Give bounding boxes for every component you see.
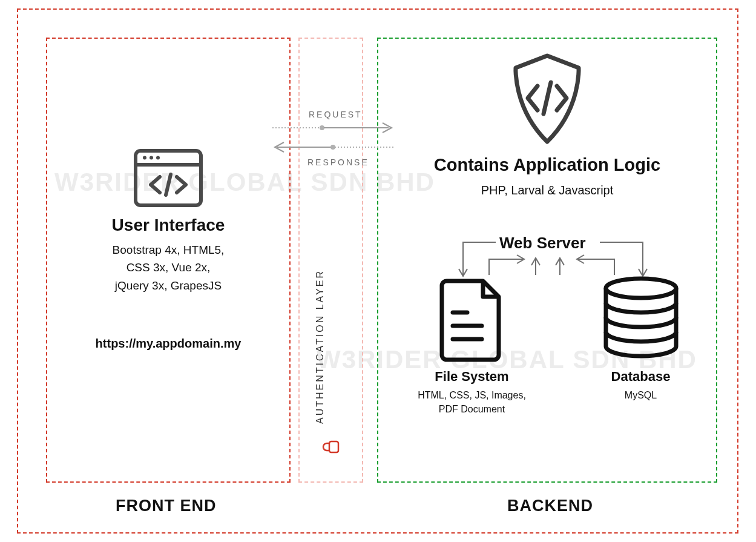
backend-section-label: BACKEND [507,497,593,515]
svg-line-5 [166,174,171,195]
frontend-tech-line: Bootstrap 4x, HTML5, [47,241,289,259]
browser-code-icon [133,148,204,208]
frontend-section-label: FRONT END [116,497,217,515]
lock-icon [320,436,342,458]
frontend-url: https://my.appdomain.my [47,337,289,351]
frontend-title: User Interface [47,216,289,235]
auth-layer-box [298,38,363,483]
file-icon [436,275,508,363]
auth-layer-label: AUTHENTICATION LAYER [315,269,326,424]
database-group: Database MySQL [596,275,686,402]
svg-point-3 [150,156,153,160]
response-label: RESPONSE [307,157,369,167]
svg-point-11 [330,145,335,150]
svg-point-19 [606,279,676,298]
svg-line-13 [544,82,551,114]
backend-box: Contains Application Logic PHP, Larval &… [377,38,717,483]
svg-rect-6 [329,441,338,452]
filesystem-sub: HTML, CSS, JS, Images, PDF Document [409,388,536,416]
filesystem-group: File System HTML, CSS, JS, Images, PDF D… [409,275,536,416]
request-label: REQUEST [309,110,363,119]
shield-code-icon [505,51,590,148]
filesystem-title: File System [435,369,508,385]
svg-point-2 [143,156,146,160]
svg-point-8 [320,125,324,130]
svg-point-4 [156,156,160,160]
database-icon [596,275,686,363]
backend-logic-title: Contains Application Logic [378,155,716,175]
frontend-tech-line: CSS 3x, Vue 2x, [47,259,289,276]
backend-logic-sub: PHP, Larval & Javascript [378,181,716,200]
response-arrow [271,140,396,154]
database-sub: MySQL [625,388,657,402]
frontend-box: User Interface Bootstrap 4x, HTML5, CSS … [46,38,291,483]
database-title: Database [611,369,671,385]
request-arrow [271,121,396,134]
frontend-tech-line: jQuery 3x, GrapesJS [47,277,289,294]
